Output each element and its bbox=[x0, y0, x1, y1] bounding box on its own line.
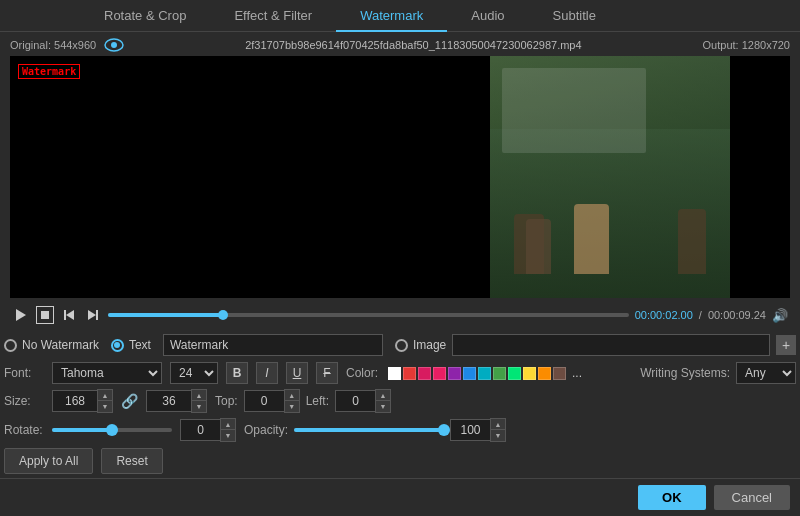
swatch-light-green[interactable] bbox=[508, 367, 521, 380]
rotate-up-button[interactable]: ▲ bbox=[221, 419, 235, 430]
ok-button[interactable]: OK bbox=[638, 485, 706, 510]
strikethrough-button[interactable]: F bbox=[316, 362, 338, 384]
size-row: Size: ▲ ▼ 🔗 ▲ ▼ Top: ▲ ▼ bbox=[4, 389, 796, 413]
watermark-text-input[interactable] bbox=[163, 334, 383, 356]
no-watermark-option[interactable]: No Watermark bbox=[4, 338, 99, 352]
top-label: Top: bbox=[215, 394, 238, 408]
tab-subtitle[interactable]: Subtitle bbox=[529, 0, 620, 31]
rotate-down-button[interactable]: ▼ bbox=[221, 430, 235, 441]
tab-audio[interactable]: Audio bbox=[447, 0, 528, 31]
output-size-label: Output: 1280x720 bbox=[703, 39, 790, 51]
link-dimensions-icon[interactable]: 🔗 bbox=[121, 393, 138, 409]
no-watermark-radio[interactable] bbox=[4, 339, 17, 352]
width-up-button[interactable]: ▲ bbox=[98, 390, 112, 401]
height-spinner: ▲ ▼ bbox=[191, 389, 207, 413]
seek-thumb bbox=[218, 310, 228, 320]
width-down-button[interactable]: ▼ bbox=[98, 401, 112, 412]
left-up-button[interactable]: ▲ bbox=[376, 390, 390, 401]
text-watermark-label: Text bbox=[129, 338, 151, 352]
main-content: Original: 544x960 2f31707bb98e9614f07042… bbox=[0, 32, 800, 328]
stop-icon bbox=[41, 311, 49, 319]
swatch-cyan[interactable] bbox=[478, 367, 491, 380]
svg-marker-3 bbox=[66, 310, 74, 320]
height-input[interactable] bbox=[146, 390, 191, 412]
seek-bar[interactable] bbox=[108, 313, 629, 317]
swatch-yellow[interactable] bbox=[523, 367, 536, 380]
swatch-purple[interactable] bbox=[448, 367, 461, 380]
text-watermark-radio[interactable] bbox=[111, 339, 124, 352]
image-watermark-option: Image + bbox=[395, 334, 796, 356]
left-down-button[interactable]: ▼ bbox=[376, 401, 390, 412]
image-radio-option[interactable]: Image bbox=[395, 338, 446, 352]
left-field-group: ▲ ▼ bbox=[335, 389, 391, 413]
skip-forward-button[interactable] bbox=[84, 306, 102, 324]
top-up-button[interactable]: ▲ bbox=[285, 390, 299, 401]
video-info-left: Original: 544x960 bbox=[10, 38, 124, 52]
text-radio-dot bbox=[114, 342, 120, 348]
top-down-button[interactable]: ▼ bbox=[285, 401, 299, 412]
apply-to-all-button[interactable]: Apply to All bbox=[4, 448, 93, 474]
more-colors-button[interactable]: ... bbox=[572, 366, 582, 380]
controls-panel: No Watermark Text Image + Font: Tahoma A… bbox=[0, 328, 800, 478]
cancel-button[interactable]: Cancel bbox=[714, 485, 790, 510]
width-input[interactable] bbox=[52, 390, 97, 412]
tab-rotate-crop[interactable]: Rotate & Crop bbox=[80, 0, 210, 31]
seek-filled bbox=[108, 313, 223, 317]
bottom-action-row: Apply to All Reset bbox=[4, 448, 796, 474]
opacity-up-button[interactable]: ▲ bbox=[491, 419, 505, 430]
rotate-input[interactable] bbox=[180, 419, 220, 441]
no-watermark-label: No Watermark bbox=[22, 338, 99, 352]
image-watermark-radio[interactable] bbox=[395, 339, 408, 352]
swatch-white[interactable] bbox=[388, 367, 401, 380]
svg-marker-5 bbox=[88, 310, 96, 320]
swatch-orange[interactable] bbox=[538, 367, 551, 380]
reset-button[interactable]: Reset bbox=[101, 448, 162, 474]
time-separator: / bbox=[699, 309, 702, 321]
italic-button[interactable]: I bbox=[256, 362, 278, 384]
swatch-brown[interactable] bbox=[553, 367, 566, 380]
bold-button[interactable]: B bbox=[226, 362, 248, 384]
image-path-input[interactable] bbox=[452, 334, 770, 356]
video-watermark-overlay: Watermark bbox=[18, 64, 80, 79]
writing-systems-select[interactable]: Any Latin CJK Arabic bbox=[736, 362, 796, 384]
text-watermark-option[interactable]: Text bbox=[111, 338, 151, 352]
tab-watermark[interactable]: Watermark bbox=[336, 0, 447, 31]
swatch-blue[interactable] bbox=[463, 367, 476, 380]
left-input[interactable] bbox=[335, 390, 375, 412]
font-label: Font: bbox=[4, 366, 44, 380]
opacity-slider[interactable] bbox=[294, 428, 444, 432]
volume-icon[interactable]: 🔊 bbox=[772, 308, 788, 323]
height-field-group: ▲ ▼ bbox=[146, 389, 207, 413]
video-area: Watermark bbox=[10, 56, 790, 298]
rotate-slider[interactable] bbox=[52, 428, 172, 432]
opacity-down-button[interactable]: ▼ bbox=[491, 430, 505, 441]
swatch-pink[interactable] bbox=[433, 367, 446, 380]
stop-button[interactable] bbox=[36, 306, 54, 324]
font-family-select[interactable]: Tahoma Arial Times New Roman bbox=[52, 362, 162, 384]
play-button[interactable] bbox=[12, 306, 30, 324]
video-scene bbox=[490, 56, 730, 298]
swatch-red[interactable] bbox=[403, 367, 416, 380]
opacity-label: Opacity: bbox=[244, 423, 288, 437]
underline-button[interactable]: U bbox=[286, 362, 308, 384]
height-down-button[interactable]: ▼ bbox=[192, 401, 206, 412]
tab-effect-filter[interactable]: Effect & Filter bbox=[210, 0, 336, 31]
add-image-button[interactable]: + bbox=[776, 335, 796, 355]
eye-icon[interactable] bbox=[104, 38, 124, 52]
original-size-label: Original: 544x960 bbox=[10, 39, 96, 51]
writing-systems-label: Writing Systems: bbox=[640, 366, 730, 380]
swatch-dark-red[interactable] bbox=[418, 367, 431, 380]
font-size-select[interactable]: 24 12 18 36 48 bbox=[170, 362, 218, 384]
rotate-row: Rotate: ▲ ▼ Opacity: ▲ ▼ bbox=[4, 418, 796, 442]
top-spinner: ▲ ▼ bbox=[284, 389, 300, 413]
tab-bar: Rotate & Crop Effect & Filter Watermark … bbox=[0, 0, 800, 32]
top-input[interactable] bbox=[244, 390, 284, 412]
rotate-label: Rotate: bbox=[4, 423, 44, 437]
opacity-input[interactable] bbox=[450, 419, 490, 441]
skip-back-button[interactable] bbox=[60, 306, 78, 324]
height-up-button[interactable]: ▲ bbox=[192, 390, 206, 401]
rotate-spinner: ▲ ▼ bbox=[220, 418, 236, 442]
swatch-green[interactable] bbox=[493, 367, 506, 380]
rotate-field-group: ▲ ▼ bbox=[180, 418, 236, 442]
opacity-slider-thumb bbox=[438, 424, 450, 436]
